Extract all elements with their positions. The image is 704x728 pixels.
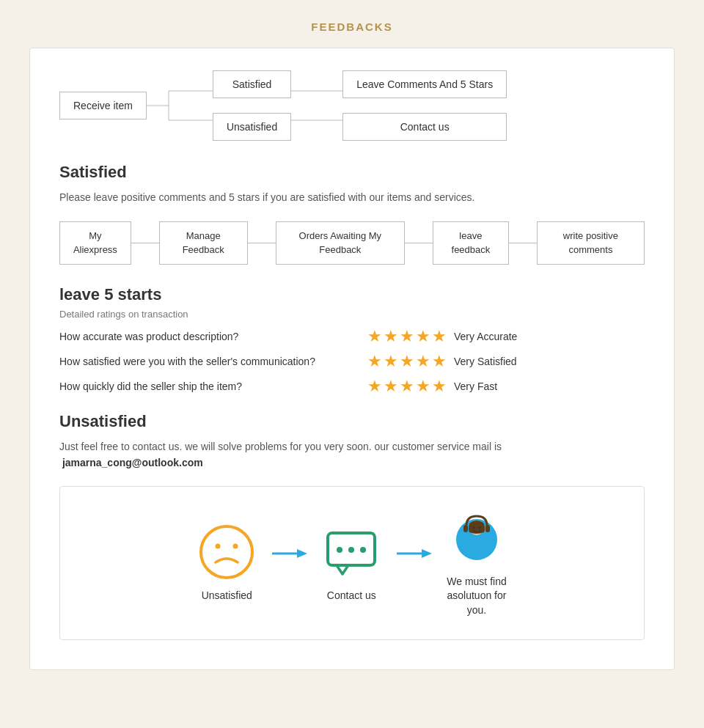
unsatisfied-box: Unsatisfied [213, 113, 291, 141]
arrow-1 [271, 545, 307, 562]
star-5: ★ [432, 377, 447, 396]
star-4: ★ [416, 327, 430, 346]
receive-item-box: Receive item [59, 92, 147, 120]
satisfied-box: Satisfied [213, 70, 291, 98]
star-1: ★ [367, 327, 382, 346]
svg-point-15 [360, 547, 366, 553]
stars-1: ★ ★ ★ ★ ★ [367, 352, 447, 371]
stars-heading: leave 5 starts [59, 285, 645, 304]
chat-bubble-icon [322, 523, 381, 581]
satisfied-section: Satisfied Please leave positive comments… [59, 163, 645, 205]
flow-diagram: Receive item Satisfied Unsatisfied [59, 70, 645, 141]
rating-label-1: Very Satisfied [454, 356, 517, 367]
svg-point-7 [201, 526, 252, 578]
rating-question-1: How satisfied were you with the seller's… [59, 356, 367, 367]
right-arrow-icon-1 [271, 545, 307, 562]
contact-us-flow-box: Contact us [342, 113, 507, 141]
satisfied-heading: Satisfied [59, 163, 645, 182]
svg-marker-17 [422, 549, 432, 558]
rating-row-0: How accurate was product description? ★ … [59, 327, 645, 346]
star-5: ★ [432, 327, 447, 346]
star-2: ★ [384, 327, 398, 346]
star-3: ★ [400, 352, 414, 371]
unsatisfied-desc: Just feel free to contact us. we will so… [59, 438, 645, 471]
star-1: ★ [367, 377, 382, 396]
stars-section: leave 5 starts Detailed ratings on trans… [59, 285, 645, 396]
step-write-positive: write positive comments [537, 221, 645, 264]
svg-point-13 [337, 547, 342, 553]
star-1: ★ [367, 352, 382, 371]
right-arrow-icon-2 [395, 545, 432, 562]
star-2: ★ [384, 377, 398, 396]
support-agent-icon [447, 509, 506, 567]
sad-face-icon [197, 523, 256, 581]
unsatisfied-desc-text: Just feel free to contact us. we will so… [59, 441, 502, 452]
rating-row-2: How quickly did the seller ship the item… [59, 377, 645, 396]
satisfied-desc: Please leave positive comments and 5 sta… [59, 189, 645, 205]
star-3: ★ [400, 327, 414, 346]
step-line-0 [131, 243, 159, 243]
svg-point-8 [216, 544, 221, 549]
arrow-2 [395, 545, 432, 562]
star-2: ★ [384, 352, 398, 371]
svg-point-9 [233, 544, 238, 549]
svg-point-14 [348, 547, 354, 553]
rating-label-0: Very Accurate [454, 331, 517, 342]
star-5: ★ [432, 352, 447, 371]
svg-point-21 [473, 526, 475, 529]
main-card: Receive item Satisfied Unsatisfied [29, 48, 675, 670]
leave-comments-box: Leave Comments And 5 Stars [342, 70, 507, 98]
page-title: FEEDBACKS [0, 0, 704, 48]
svg-rect-23 [463, 525, 468, 532]
flow-item-unsatisfied-label: Unsatisfied [202, 589, 252, 603]
star-4: ★ [416, 377, 430, 396]
rating-question-0: How accurate was product description? [59, 331, 367, 342]
star-3: ★ [400, 377, 414, 396]
unsatisfied-email: jamarna_cong@outlook.com [62, 457, 203, 468]
star-4: ★ [416, 352, 430, 371]
step-line-3 [509, 243, 537, 243]
step-orders-awaiting: Orders Awaiting My Feedback [276, 221, 405, 264]
rating-label-2: Very Fast [454, 380, 497, 392]
ratings-label: Detailed ratings on transaction [59, 309, 645, 320]
flow-item-contact: Contact us [322, 523, 381, 603]
flow-item-contact-label: Contact us [327, 589, 376, 603]
svg-rect-24 [485, 525, 490, 532]
svg-marker-11 [297, 549, 307, 558]
step-line-2 [405, 243, 433, 243]
bottom-flow-card: Unsatisfied Contact us [59, 486, 645, 641]
stars-0: ★ ★ ★ ★ ★ [367, 327, 447, 346]
steps-row: My Aliexpress Manage Feedback Orders Awa… [59, 221, 645, 264]
flow-item-support: We must find asolutuon for you. [447, 509, 506, 618]
step-leave-feedback: leave feedback [433, 221, 509, 264]
svg-point-22 [479, 526, 481, 529]
step-manage-feedback: Manage Feedback [159, 221, 248, 264]
rating-question-2: How quickly did the seller ship the item… [59, 380, 367, 392]
unsatisfied-section: Unsatisfied Just feel free to contact us… [59, 412, 645, 641]
stars-2: ★ ★ ★ ★ ★ [367, 377, 447, 396]
flow-item-unsatisfied: Unsatisfied [197, 523, 256, 603]
rating-row-1: How satisfied were you with the seller's… [59, 352, 645, 371]
unsatisfied-heading: Unsatisfied [59, 412, 645, 431]
flow-item-support-label: We must find asolutuon for you. [447, 575, 506, 618]
step-line-1 [248, 243, 276, 243]
step-my-aliexpress: My Aliexpress [59, 221, 131, 264]
